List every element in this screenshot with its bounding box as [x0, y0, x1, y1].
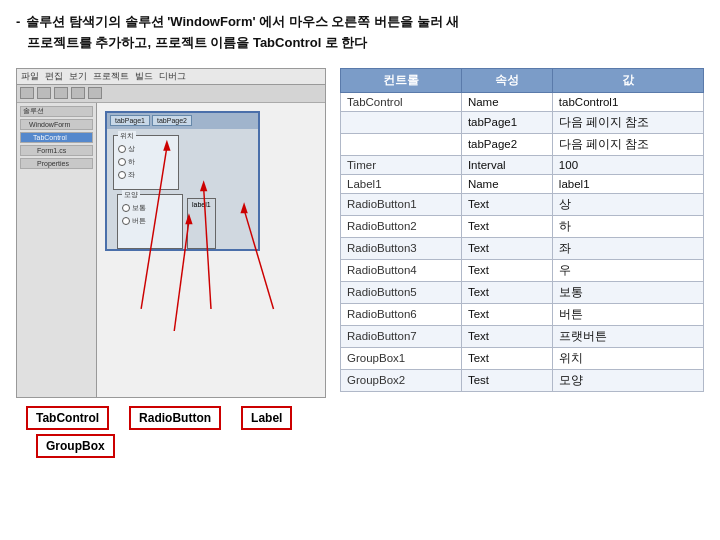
- cell-control: RadioButton3: [341, 237, 462, 259]
- cell-control: RadioButton7: [341, 325, 462, 347]
- cell-control: TabControl: [341, 92, 462, 111]
- solution-explorer: 솔루션 WindowForm TabControl Form1.cs Prope…: [17, 103, 97, 397]
- cell-value: 상: [552, 193, 703, 215]
- cell-control: GroupBox2: [341, 369, 462, 391]
- col-header-property: 속성: [461, 68, 552, 92]
- form-tab-1: tabPage1: [110, 115, 150, 126]
- tree-item-4: Form1.cs: [20, 145, 93, 156]
- cell-property: Name: [461, 174, 552, 193]
- cell-property: tabPage1: [461, 111, 552, 133]
- groupbox-location: 위치 상 하 좌: [113, 135, 179, 190]
- cell-property: Interval: [461, 155, 552, 174]
- cell-control: [341, 133, 462, 155]
- table-header-row: 컨트롤 속성 값: [341, 68, 704, 92]
- cell-control: Timer: [341, 155, 462, 174]
- tree-item-5: Properties: [20, 158, 93, 169]
- table-row: RadioButton5Text보통: [341, 281, 704, 303]
- tree-item-2: WindowForm: [20, 119, 93, 130]
- label-label-box: Label: [241, 406, 292, 430]
- radio-up: 상: [118, 144, 174, 154]
- cell-property: Text: [461, 325, 552, 347]
- radio-normal: 보통: [122, 203, 178, 213]
- tabcontrol-label-box: TabControl: [26, 406, 109, 430]
- col-header-control: 컨트롤: [341, 68, 462, 92]
- groupbox-shape: 모양 보통 버튼: [117, 194, 183, 249]
- form-controls-area: 위치 상 하 좌 모양: [107, 129, 258, 255]
- cell-control: RadioButton6: [341, 303, 462, 325]
- ide-body: 솔루션 WindowForm TabControl Form1.cs Prope…: [17, 103, 325, 397]
- ide-screenshot: 파일 편집 보기 프로젝트 빌드 디버그: [16, 68, 326, 398]
- radiobutton-label-box: RadioButton: [129, 406, 221, 430]
- table-area: 컨트롤 속성 값 TabControlNametabControl1tabPag…: [340, 68, 704, 392]
- tb-btn-3: [54, 87, 68, 99]
- radio-down: 하: [118, 157, 174, 167]
- table-row: RadioButton7Text프랫버튼: [341, 325, 704, 347]
- table-row: RadioButton1Text상: [341, 193, 704, 215]
- cell-value: label1: [552, 174, 703, 193]
- tb-btn-4: [71, 87, 85, 99]
- cell-property: Text: [461, 259, 552, 281]
- bottom-labels: TabControl RadioButton Label: [16, 406, 326, 430]
- cell-value: 100: [552, 155, 703, 174]
- cell-property: Test: [461, 369, 552, 391]
- cell-property: Text: [461, 193, 552, 215]
- groupbox-location-label: 위치: [118, 131, 136, 141]
- cell-property: Text: [461, 215, 552, 237]
- tb-btn-5: [88, 87, 102, 99]
- ide-toolbar: [17, 85, 325, 103]
- table-row: GroupBox1Text위치: [341, 347, 704, 369]
- label-item-radiobutton: RadioButton: [129, 406, 221, 430]
- cell-value: 프랫버튼: [552, 325, 703, 347]
- table-row: RadioButton4Text우: [341, 259, 704, 281]
- cell-value: 보통: [552, 281, 703, 303]
- ide-menubar: 파일 편집 보기 프로젝트 빌드 디버그: [17, 69, 325, 85]
- cell-value: 좌: [552, 237, 703, 259]
- table-row: Label1Namelabel1: [341, 174, 704, 193]
- label-control: label1: [187, 198, 216, 249]
- page-container: -솔루션 탐색기의 솔루션 'WindowForm' 에서 마우스 오른쪽 버튼…: [0, 0, 720, 540]
- groupbox-shape-label: 모양: [122, 190, 140, 200]
- radio-button-style: 버튼: [122, 216, 178, 226]
- cell-value: 다음 페이지 참조: [552, 133, 703, 155]
- groupbox-label-box: GroupBox: [36, 434, 115, 458]
- cell-value: 위치: [552, 347, 703, 369]
- cell-property: Text: [461, 303, 552, 325]
- cell-value: 하: [552, 215, 703, 237]
- main-content: 파일 편집 보기 프로젝트 빌드 디버그: [16, 68, 704, 458]
- label-item-groupbox: GroupBox: [36, 434, 115, 458]
- cell-property: Name: [461, 92, 552, 111]
- cell-value: 모양: [552, 369, 703, 391]
- property-table: 컨트롤 속성 값 TabControlNametabControl1tabPag…: [340, 68, 704, 392]
- header-text: -솔루션 탐색기의 솔루션 'WindowForm' 에서 마우스 오른쪽 버튼…: [16, 12, 704, 54]
- left-panel: 파일 편집 보기 프로젝트 빌드 디버그: [16, 68, 326, 458]
- col-header-value: 값: [552, 68, 703, 92]
- cell-control: Label1: [341, 174, 462, 193]
- cell-property: Text: [461, 281, 552, 303]
- tb-btn-1: [20, 87, 34, 99]
- cell-control: RadioButton1: [341, 193, 462, 215]
- table-row: TabControlNametabControl1: [341, 92, 704, 111]
- cell-property: tabPage2: [461, 133, 552, 155]
- tb-btn-2: [37, 87, 51, 99]
- cell-value: 다음 페이지 참조: [552, 111, 703, 133]
- cell-property: Text: [461, 237, 552, 259]
- bottom-labels-row2: GroupBox: [16, 434, 326, 458]
- form-tab-2: tabPage2: [152, 115, 192, 126]
- label-item-tabcontrol: TabControl: [26, 406, 109, 430]
- table-row: RadioButton3Text좌: [341, 237, 704, 259]
- ide-simulation: 파일 편집 보기 프로젝트 빌드 디버그: [17, 69, 325, 397]
- form-design-surface: tabPage1 tabPage2 위치 상 하: [105, 111, 260, 251]
- label-item-label: Label: [241, 406, 292, 430]
- bullet: -: [16, 14, 20, 29]
- table-row: GroupBox2Test모양: [341, 369, 704, 391]
- tree-item-3: TabControl: [20, 132, 93, 143]
- table-row: RadioButton6Text버튼: [341, 303, 704, 325]
- cell-control: RadioButton4: [341, 259, 462, 281]
- table-row: TimerInterval100: [341, 155, 704, 174]
- table-row: tabPage2다음 페이지 참조: [341, 133, 704, 155]
- cell-value: tabControl1: [552, 92, 703, 111]
- form-designer: tabPage1 tabPage2 위치 상 하: [97, 103, 325, 397]
- table-row: tabPage1다음 페이지 참조: [341, 111, 704, 133]
- cell-value: 버튼: [552, 303, 703, 325]
- cell-control: RadioButton5: [341, 281, 462, 303]
